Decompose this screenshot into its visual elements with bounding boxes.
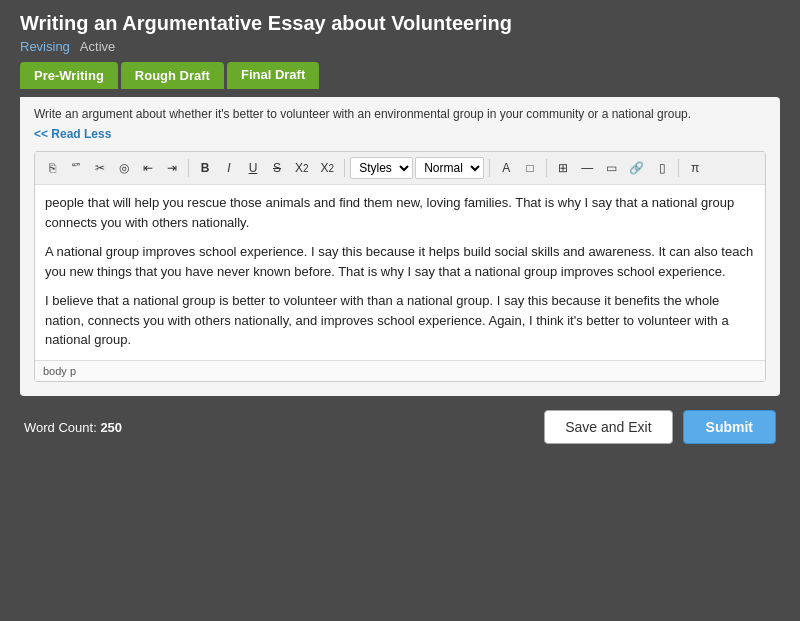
tab-finaldraft[interactable]: Final Draft	[227, 62, 319, 89]
status-revising: Revising	[20, 39, 70, 54]
active-badge: Active	[80, 39, 115, 54]
separator-4	[546, 159, 547, 177]
underline-button[interactable]: U	[242, 157, 264, 179]
superscript-button[interactable]: X2	[316, 157, 340, 179]
tab-roughdraft[interactable]: Rough Draft	[121, 62, 224, 89]
font-color-icon[interactable]: A	[495, 157, 517, 179]
word-count-number: 250	[100, 420, 122, 435]
tab-prewriting[interactable]: Pre-Writing	[20, 62, 118, 89]
editor-content[interactable]: people that will help you rescue those a…	[35, 185, 765, 360]
italic-button[interactable]: I	[218, 157, 240, 179]
pi-icon[interactable]: π	[684, 157, 706, 179]
bold-button[interactable]: B	[194, 157, 216, 179]
copy-icon[interactable]: ⎘	[41, 157, 63, 179]
word-count-area: Word Count: 250	[24, 420, 122, 435]
read-less-link[interactable]: << Read Less	[34, 127, 766, 141]
spell-check-icon[interactable]: ◎	[113, 157, 135, 179]
indent-right-icon[interactable]: ⇥	[161, 157, 183, 179]
styles-select[interactable]: Styles	[350, 157, 413, 179]
blockquote-icon[interactable]: “”	[65, 157, 87, 179]
image-icon[interactable]: ▭	[600, 157, 622, 179]
separator-2	[344, 159, 345, 177]
indent-left-icon[interactable]: ⇤	[137, 157, 159, 179]
normal-select[interactable]: Normal	[415, 157, 484, 179]
table-icon[interactable]: ⊞	[552, 157, 574, 179]
hr-icon[interactable]: ―	[576, 157, 598, 179]
word-count-label: Word Count:	[24, 420, 97, 435]
separator-5	[678, 159, 679, 177]
embed-icon[interactable]: ▯	[651, 157, 673, 179]
submit-button[interactable]: Submit	[683, 410, 776, 444]
page-title: Writing an Argumentative Essay about Vol…	[20, 12, 780, 35]
paragraph-1: people that will help you rescue those a…	[45, 193, 755, 232]
strikethrough-button[interactable]: S	[266, 157, 288, 179]
link-icon[interactable]: 🔗	[624, 157, 649, 179]
subscript-button[interactable]: X2	[290, 157, 314, 179]
separator-1	[188, 159, 189, 177]
separator-3	[489, 159, 490, 177]
editor-footer: body p	[35, 360, 765, 381]
paragraph-2: A national group improves school experie…	[45, 242, 755, 281]
save-exit-button[interactable]: Save and Exit	[544, 410, 672, 444]
paragraph-3: I believe that a national group is bette…	[45, 291, 755, 350]
cut-icon[interactable]: ✂	[89, 157, 111, 179]
background-color-icon[interactable]: □	[519, 157, 541, 179]
instruction-text: Write an argument about whether it's bet…	[34, 107, 766, 121]
